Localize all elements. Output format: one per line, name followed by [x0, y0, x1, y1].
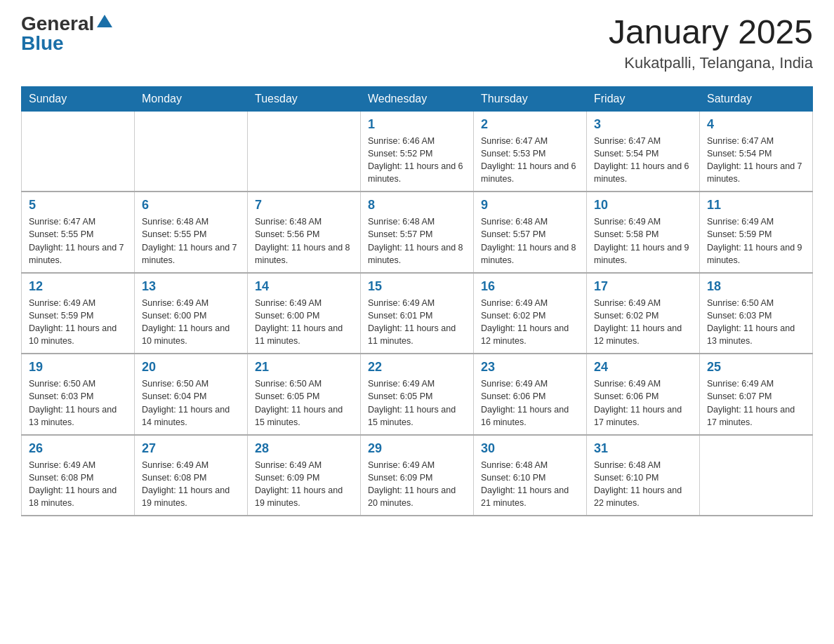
day-number: 26 — [29, 441, 127, 456]
day-info: Sunrise: 6:48 AM Sunset: 6:10 PM Dayligh… — [481, 459, 579, 510]
day-number: 13 — [142, 279, 240, 294]
day-info: Sunrise: 6:48 AM Sunset: 5:57 PM Dayligh… — [481, 215, 579, 267]
day-info: Sunrise: 6:47 AM Sunset: 5:54 PM Dayligh… — [594, 135, 692, 186]
day-info: Sunrise: 6:46 AM Sunset: 5:52 PM Dayligh… — [368, 135, 466, 186]
day-info: Sunrise: 6:47 AM Sunset: 5:53 PM Dayligh… — [481, 135, 579, 186]
calendar-cell: 30Sunrise: 6:48 AM Sunset: 6:10 PM Dayli… — [474, 435, 587, 516]
day-info: Sunrise: 6:49 AM Sunset: 6:07 PM Dayligh… — [707, 377, 805, 429]
calendar-cell: 26Sunrise: 6:49 AM Sunset: 6:08 PM Dayli… — [22, 435, 135, 516]
day-of-week-header: Tuesday — [248, 86, 361, 111]
day-of-week-header: Thursday — [474, 86, 587, 111]
calendar-cell: 10Sunrise: 6:49 AM Sunset: 5:58 PM Dayli… — [587, 192, 700, 273]
calendar-cell: 27Sunrise: 6:49 AM Sunset: 6:08 PM Dayli… — [135, 435, 248, 516]
day-number: 2 — [481, 117, 579, 132]
day-info: Sunrise: 6:49 AM Sunset: 6:01 PM Dayligh… — [368, 297, 466, 348]
calendar-cell — [135, 111, 248, 192]
calendar-cell: 9Sunrise: 6:48 AM Sunset: 5:57 PM Daylig… — [474, 192, 587, 273]
calendar-cell: 31Sunrise: 6:48 AM Sunset: 6:10 PM Dayli… — [587, 435, 700, 516]
day-info: Sunrise: 6:49 AM Sunset: 6:05 PM Dayligh… — [368, 377, 466, 429]
day-number: 15 — [368, 279, 466, 294]
day-info: Sunrise: 6:49 AM Sunset: 6:09 PM Dayligh… — [255, 459, 353, 510]
svg-marker-0 — [97, 15, 112, 27]
day-number: 20 — [142, 360, 240, 375]
calendar-cell: 16Sunrise: 6:49 AM Sunset: 6:02 PM Dayli… — [474, 273, 587, 354]
day-of-week-header: Friday — [587, 86, 700, 111]
logo: General Blue — [21, 14, 112, 53]
day-number: 4 — [707, 117, 805, 132]
day-info: Sunrise: 6:49 AM Sunset: 5:59 PM Dayligh… — [707, 215, 805, 267]
day-info: Sunrise: 6:48 AM Sunset: 5:55 PM Dayligh… — [142, 215, 240, 267]
day-number: 19 — [29, 360, 127, 375]
calendar-cell: 5Sunrise: 6:47 AM Sunset: 5:55 PM Daylig… — [22, 192, 135, 273]
day-info: Sunrise: 6:49 AM Sunset: 6:06 PM Dayligh… — [481, 377, 579, 429]
page-header: General Blue January 2025 Kukatpalli, Te… — [21, 14, 813, 72]
day-number: 11 — [707, 198, 805, 213]
day-info: Sunrise: 6:49 AM Sunset: 6:08 PM Dayligh… — [142, 459, 240, 510]
calendar-cell: 22Sunrise: 6:49 AM Sunset: 6:05 PM Dayli… — [361, 354, 474, 435]
day-number: 3 — [594, 117, 692, 132]
day-number: 27 — [142, 441, 240, 456]
calendar-header: SundayMondayTuesdayWednesdayThursdayFrid… — [22, 86, 813, 111]
day-info: Sunrise: 6:47 AM Sunset: 5:55 PM Dayligh… — [29, 215, 127, 267]
calendar-cell: 17Sunrise: 6:49 AM Sunset: 6:02 PM Dayli… — [587, 273, 700, 354]
day-number: 5 — [29, 198, 127, 213]
calendar-cell: 13Sunrise: 6:49 AM Sunset: 6:00 PM Dayli… — [135, 273, 248, 354]
calendar-cell: 11Sunrise: 6:49 AM Sunset: 5:59 PM Dayli… — [700, 192, 813, 273]
day-number: 28 — [255, 441, 353, 456]
calendar-cell: 2Sunrise: 6:47 AM Sunset: 5:53 PM Daylig… — [474, 111, 587, 192]
calendar-cell: 23Sunrise: 6:49 AM Sunset: 6:06 PM Dayli… — [474, 354, 587, 435]
day-number: 22 — [368, 360, 466, 375]
day-number: 17 — [594, 279, 692, 294]
calendar-cell — [700, 435, 813, 516]
day-number: 1 — [368, 117, 466, 132]
day-info: Sunrise: 6:49 AM Sunset: 6:02 PM Dayligh… — [481, 297, 579, 348]
day-info: Sunrise: 6:50 AM Sunset: 6:03 PM Dayligh… — [707, 297, 805, 348]
day-number: 10 — [594, 198, 692, 213]
calendar-cell: 18Sunrise: 6:50 AM Sunset: 6:03 PM Dayli… — [700, 273, 813, 354]
calendar-cell: 20Sunrise: 6:50 AM Sunset: 6:04 PM Dayli… — [135, 354, 248, 435]
day-of-week-header: Wednesday — [361, 86, 474, 111]
title-block: January 2025 Kukatpalli, Telangana, Indi… — [609, 14, 813, 72]
day-info: Sunrise: 6:49 AM Sunset: 6:00 PM Dayligh… — [142, 297, 240, 348]
day-number: 8 — [368, 198, 466, 213]
day-info: Sunrise: 6:49 AM Sunset: 5:58 PM Dayligh… — [594, 215, 692, 267]
calendar-cell: 28Sunrise: 6:49 AM Sunset: 6:09 PM Dayli… — [248, 435, 361, 516]
day-info: Sunrise: 6:47 AM Sunset: 5:54 PM Dayligh… — [707, 135, 805, 186]
calendar-cell: 7Sunrise: 6:48 AM Sunset: 5:56 PM Daylig… — [248, 192, 361, 273]
day-number: 12 — [29, 279, 127, 294]
day-number: 9 — [481, 198, 579, 213]
day-info: Sunrise: 6:50 AM Sunset: 6:03 PM Dayligh… — [29, 377, 127, 429]
day-number: 31 — [594, 441, 692, 456]
day-of-week-header: Sunday — [22, 86, 135, 111]
day-info: Sunrise: 6:49 AM Sunset: 6:09 PM Dayligh… — [368, 459, 466, 510]
day-of-week-header: Monday — [135, 86, 248, 111]
day-number: 29 — [368, 441, 466, 456]
calendar-cell: 14Sunrise: 6:49 AM Sunset: 6:00 PM Dayli… — [248, 273, 361, 354]
day-number: 30 — [481, 441, 579, 456]
day-number: 7 — [255, 198, 353, 213]
logo-general-text: General — [21, 14, 94, 34]
day-info: Sunrise: 6:48 AM Sunset: 6:10 PM Dayligh… — [594, 459, 692, 510]
calendar-cell — [248, 111, 361, 192]
calendar-cell: 6Sunrise: 6:48 AM Sunset: 5:55 PM Daylig… — [135, 192, 248, 273]
calendar-cell: 1Sunrise: 6:46 AM Sunset: 5:52 PM Daylig… — [361, 111, 474, 192]
day-of-week-header: Saturday — [700, 86, 813, 111]
day-info: Sunrise: 6:49 AM Sunset: 6:00 PM Dayligh… — [255, 297, 353, 348]
day-info: Sunrise: 6:48 AM Sunset: 5:57 PM Dayligh… — [368, 215, 466, 267]
month-title: January 2025 — [609, 14, 813, 51]
day-info: Sunrise: 6:48 AM Sunset: 5:56 PM Dayligh… — [255, 215, 353, 267]
calendar-cell: 12Sunrise: 6:49 AM Sunset: 5:59 PM Dayli… — [22, 273, 135, 354]
day-info: Sunrise: 6:50 AM Sunset: 6:04 PM Dayligh… — [142, 377, 240, 429]
calendar-cell: 29Sunrise: 6:49 AM Sunset: 6:09 PM Dayli… — [361, 435, 474, 516]
calendar-table: SundayMondayTuesdayWednesdayThursdayFrid… — [21, 86, 813, 517]
day-info: Sunrise: 6:49 AM Sunset: 6:02 PM Dayligh… — [594, 297, 692, 348]
day-info: Sunrise: 6:49 AM Sunset: 5:59 PM Dayligh… — [29, 297, 127, 348]
day-info: Sunrise: 6:50 AM Sunset: 6:05 PM Dayligh… — [255, 377, 353, 429]
day-number: 14 — [255, 279, 353, 294]
location-title: Kukatpalli, Telangana, India — [609, 54, 813, 72]
day-number: 21 — [255, 360, 353, 375]
calendar-cell — [22, 111, 135, 192]
logo-triangle-icon — [97, 15, 112, 27]
day-number: 25 — [707, 360, 805, 375]
calendar-cell: 15Sunrise: 6:49 AM Sunset: 6:01 PM Dayli… — [361, 273, 474, 354]
